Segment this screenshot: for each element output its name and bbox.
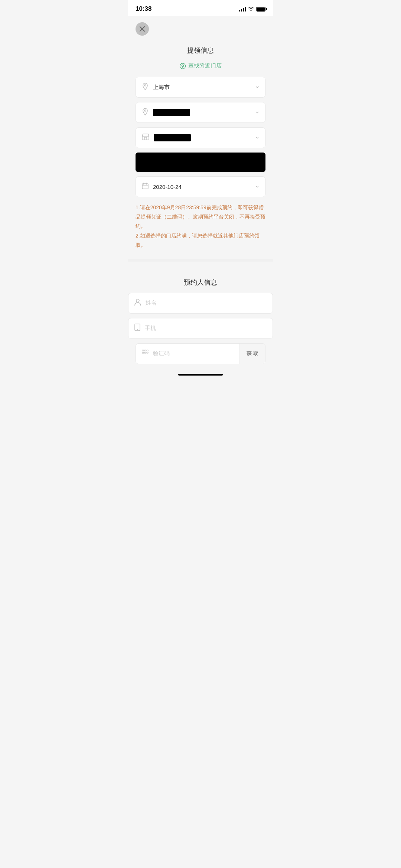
name-placeholder: 姓名 — [146, 299, 267, 307]
search-location-icon — [179, 63, 186, 69]
store-selector[interactable] — [136, 127, 265, 148]
district-selector[interactable] — [136, 102, 265, 123]
store-value-redacted — [154, 134, 191, 141]
phone-input-row[interactable]: 手机 — [128, 318, 273, 339]
location-icon-city — [142, 83, 149, 92]
find-store-link[interactable]: 查找附近门店 — [128, 61, 273, 77]
home-indicator — [128, 369, 273, 381]
city-selector[interactable]: 上海市 — [136, 77, 265, 98]
svg-rect-12 — [142, 352, 144, 353]
svg-rect-11 — [147, 350, 148, 351]
calendar-icon — [142, 183, 149, 191]
verify-placeholder: 验证码 — [153, 350, 239, 357]
section-separator — [128, 259, 273, 262]
svg-point-8 — [137, 329, 138, 330]
signal-icon — [239, 6, 246, 12]
notice-area: 1.请在2020年9月28日23:59:59前完成预约，即可获得赠品提领凭证（二… — [128, 203, 273, 259]
svg-rect-10 — [144, 350, 146, 351]
phone-icon — [134, 324, 140, 333]
name-input-row[interactable]: 姓名 — [128, 293, 273, 314]
svg-rect-4 — [142, 136, 149, 140]
appointment-title: 预约人信息 — [128, 271, 273, 293]
keypad-icon — [142, 350, 149, 357]
svg-point-7 — [136, 299, 139, 302]
store-image-redacted — [136, 153, 265, 172]
pickup-info-title: 提领信息 — [128, 39, 273, 61]
store-icon — [142, 134, 149, 142]
district-chevron — [255, 109, 259, 115]
date-selector[interactable]: 2020-10-24 — [136, 176, 265, 197]
appointment-section: 预约人信息 姓名 手机 — [128, 262, 273, 364]
page: 提领信息 查找附近门店 上海市 — [128, 16, 273, 396]
svg-rect-14 — [147, 352, 148, 353]
close-button[interactable] — [136, 22, 149, 36]
date-value: 2020-10-24 — [153, 184, 252, 190]
get-code-button[interactable]: 获 取 — [239, 344, 265, 364]
verify-code-row[interactable]: 验证码 获 取 — [136, 343, 265, 364]
top-bar — [128, 16, 273, 39]
status-bar: 10:38 — [128, 0, 273, 16]
district-value-redacted — [153, 109, 190, 116]
location-icon-district — [142, 108, 149, 117]
svg-rect-9 — [142, 350, 144, 351]
battery-icon — [256, 7, 265, 12]
status-time: 10:38 — [136, 5, 151, 13]
status-icons — [239, 6, 265, 12]
person-icon — [134, 298, 141, 308]
svg-rect-6 — [142, 184, 148, 189]
find-store-label: 查找附近门店 — [188, 62, 222, 69]
svg-rect-13 — [144, 352, 146, 353]
phone-placeholder: 手机 — [145, 325, 267, 332]
wifi-icon — [248, 6, 254, 12]
svg-point-3 — [144, 110, 146, 111]
home-bar — [178, 374, 223, 376]
city-chevron — [255, 84, 259, 90]
form-area: 上海市 — [128, 77, 273, 148]
svg-point-2 — [144, 85, 146, 86]
city-value: 上海市 — [153, 84, 252, 91]
svg-rect-5 — [144, 137, 147, 140]
store-chevron — [255, 135, 259, 141]
date-chevron — [255, 184, 259, 190]
notice-text: 1.请在2020年9月28日23:59:59前完成预约，即可获得赠品提领凭证（二… — [136, 203, 265, 250]
